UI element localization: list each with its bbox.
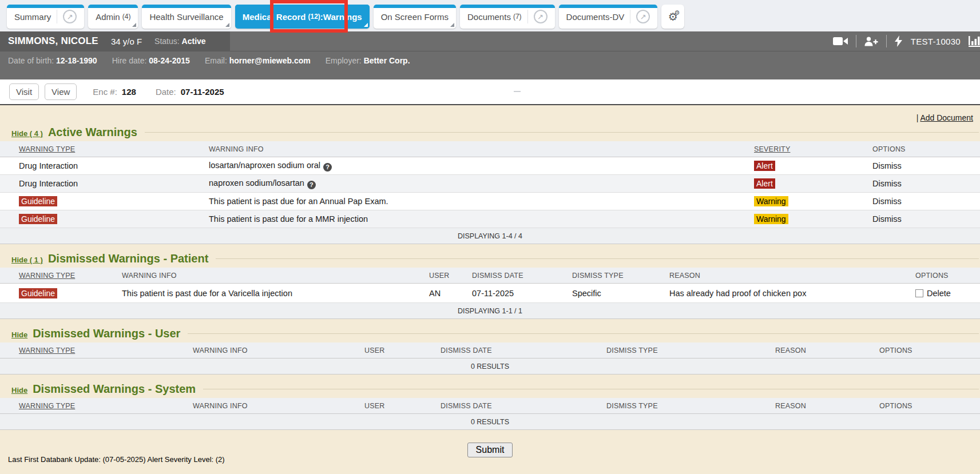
tab-divider bbox=[57, 10, 57, 23]
dropdown-notch-icon bbox=[225, 23, 229, 27]
dismiss-date-value: 07-11-2025 bbox=[472, 289, 572, 298]
severity-badge: Alert bbox=[754, 161, 775, 171]
active-warnings-title: Active Warnings bbox=[48, 126, 137, 139]
table-row: Guideline This patient is past due for a… bbox=[0, 210, 980, 228]
dismiss-link[interactable]: Dismiss bbox=[872, 161, 980, 170]
tab-documents-label: Documents bbox=[467, 12, 511, 22]
employer-label: Employer: bbox=[326, 56, 362, 65]
dropdown-notch-icon bbox=[364, 23, 368, 27]
col-warning-type[interactable]: WARNING TYPE bbox=[19, 346, 193, 354]
dismissed-patient-title: Dismissed Warnings - Patient bbox=[48, 252, 208, 265]
add-person-icon[interactable] bbox=[864, 37, 878, 46]
dismissed-user-hide-link[interactable]: Hide bbox=[11, 330, 27, 339]
pipe-separator: | bbox=[916, 113, 919, 122]
tab-summary-label: Summary bbox=[14, 12, 51, 22]
table-row: Drug Interaction naproxen sodium/losarta… bbox=[0, 175, 980, 193]
tab-summary[interactable]: Summary ↗ bbox=[7, 5, 84, 29]
col-warning-info: WARNING INFO bbox=[122, 272, 429, 280]
warning-info: This patient is past due for a MMR injec… bbox=[209, 214, 754, 224]
col-warning-type[interactable]: WARNING TYPE bbox=[19, 402, 193, 410]
tab-medical-record-warnings[interactable]: Medical Record (12) :Warnings bbox=[235, 5, 370, 29]
add-document-row: | Add Document bbox=[0, 113, 980, 122]
dismissed-system-title: Dismissed Warnings - System bbox=[33, 383, 196, 396]
active-warnings-hide-link[interactable]: Hide ( 4 ) bbox=[11, 129, 43, 138]
external-link-icon[interactable]: ↗ bbox=[636, 10, 650, 23]
col-warning-type[interactable]: WARNING TYPE bbox=[19, 145, 209, 153]
dismissed-user-header-row: WARNING TYPE WARNING INFO USER DISMISS D… bbox=[0, 342, 980, 359]
video-camera-icon[interactable] bbox=[833, 37, 848, 46]
external-link-icon[interactable]: ↗ bbox=[63, 10, 77, 23]
dob-label: Date of birth: bbox=[8, 56, 54, 65]
tab-on-screen-forms[interactable]: On Screen Forms bbox=[374, 5, 456, 29]
tab-admin[interactable]: Admin (4) bbox=[88, 5, 138, 29]
dismiss-link[interactable]: Dismiss bbox=[872, 179, 980, 188]
delete-checkbox[interactable] bbox=[915, 289, 923, 297]
email-label: Email: bbox=[205, 56, 227, 65]
col-options: OPTIONS bbox=[879, 402, 980, 410]
dob-value: 12-18-1990 bbox=[56, 56, 97, 65]
col-dismiss-date: DISMISS DATE bbox=[441, 402, 606, 410]
external-link-icon[interactable]: ↗ bbox=[534, 10, 547, 23]
status-value: Active bbox=[182, 37, 206, 46]
warning-type: Drug Interaction bbox=[19, 161, 209, 170]
dropdown-notch-icon bbox=[450, 23, 454, 27]
visit-button[interactable]: Visit bbox=[9, 83, 39, 100]
severity-badge: Warning bbox=[754, 214, 788, 224]
col-dismiss-type: DISMISS TYPE bbox=[606, 346, 775, 354]
dismissed-system-hide-link[interactable]: Hide bbox=[11, 386, 27, 395]
flowsheet-chart-icon[interactable] bbox=[969, 36, 980, 47]
status-label: Status: bbox=[154, 37, 180, 46]
warning-type: Drug Interaction bbox=[19, 179, 209, 188]
col-warning-info: WARNING INFO bbox=[209, 145, 754, 153]
col-reason: REASON bbox=[775, 402, 879, 410]
tab-documents[interactable]: Documents (7) ↗ bbox=[460, 5, 555, 29]
warning-info: naproxen sodium/losartan? bbox=[209, 178, 754, 189]
lightning-bolt-icon[interactable] bbox=[895, 35, 903, 47]
col-reason: REASON bbox=[669, 272, 915, 280]
user-value: AN bbox=[429, 289, 472, 298]
hire-date-label: Hire date: bbox=[112, 56, 147, 65]
tab-health-surveillance[interactable]: Health Surveillance bbox=[142, 5, 231, 29]
top-tab-bar: Summary ↗ Admin (4) Health Surveillance … bbox=[0, 0, 980, 31]
active-warnings-pagination: DISPLAYING 1-4 / 4 bbox=[0, 228, 980, 244]
severity-badge: Warning bbox=[754, 196, 788, 206]
dismissed-user-empty-row: 0 RESULTS bbox=[0, 359, 980, 375]
add-document-link[interactable]: Add Document bbox=[920, 113, 973, 122]
table-row: Guideline This patient is past due for a… bbox=[0, 193, 980, 210]
tab-documents-dv[interactable]: Documents-DV ↗ bbox=[559, 5, 658, 29]
tab-health-surveillance-label: Health Surveillance bbox=[149, 12, 223, 22]
tab-divider bbox=[630, 10, 630, 23]
dismissed-patient-pagination: DISPLAYING 1-1 / 1 bbox=[0, 303, 980, 319]
section-rule bbox=[203, 389, 979, 389]
dismiss-link[interactable]: Dismiss bbox=[872, 197, 980, 206]
col-warning-type[interactable]: WARNING TYPE bbox=[19, 272, 122, 280]
help-icon[interactable]: ? bbox=[323, 163, 332, 172]
col-dismiss-date: DISMISS DATE bbox=[472, 272, 572, 280]
dismissed-patient-hide-link[interactable]: Hide ( 1 ) bbox=[11, 256, 43, 264]
header-divider bbox=[856, 35, 856, 47]
tab-settings-button[interactable]: ⚙ ⚙ bbox=[661, 5, 684, 29]
warning-type-badge: Guideline bbox=[19, 196, 57, 206]
email-value: horner@mieweb.com bbox=[229, 56, 311, 65]
encounter-toolbar: Visit View Enc #: 128 Date: 07-11-2025 bbox=[0, 79, 980, 105]
enc-value: 128 bbox=[122, 87, 136, 97]
tab-medical-record-count: (12) bbox=[308, 13, 320, 21]
warning-type-badge: Guideline bbox=[19, 288, 57, 298]
dismiss-type-value: Specific bbox=[572, 289, 669, 298]
view-button[interactable]: View bbox=[45, 83, 77, 100]
col-warning-info: WARNING INFO bbox=[193, 402, 364, 410]
patient-name: SIMMONS, NICOLE bbox=[8, 35, 98, 47]
dismissed-system-empty-row: 0 RESULTS bbox=[0, 414, 980, 430]
section-rule bbox=[216, 258, 979, 259]
dismiss-link[interactable]: Dismiss bbox=[872, 214, 980, 224]
dismissed-patient-header-row: WARNING TYPE WARNING INFO USER DISMISS D… bbox=[0, 268, 980, 284]
patient-status: Status: Active bbox=[154, 37, 206, 46]
help-icon[interactable]: ? bbox=[307, 181, 316, 189]
active-warnings-section-header: Hide ( 4 ) Active Warnings bbox=[0, 126, 980, 139]
col-options: OPTIONS bbox=[915, 272, 980, 280]
dismissed-system-header-row: WARNING TYPE WARNING INFO USER DISMISS D… bbox=[0, 398, 980, 414]
col-severity[interactable]: SEVERITY bbox=[754, 145, 872, 153]
submit-button[interactable]: Submit bbox=[467, 443, 513, 457]
date-label: Date: bbox=[156, 87, 176, 97]
warning-info: losartan/naproxen sodium oral? bbox=[209, 161, 754, 172]
